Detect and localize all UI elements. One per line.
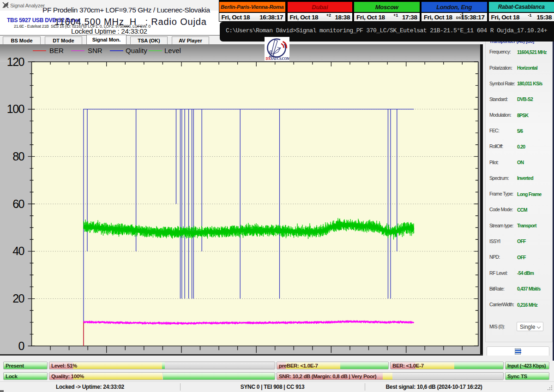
- svg-text:DXSATCS.COM: DXSATCS.COM: [266, 56, 290, 60]
